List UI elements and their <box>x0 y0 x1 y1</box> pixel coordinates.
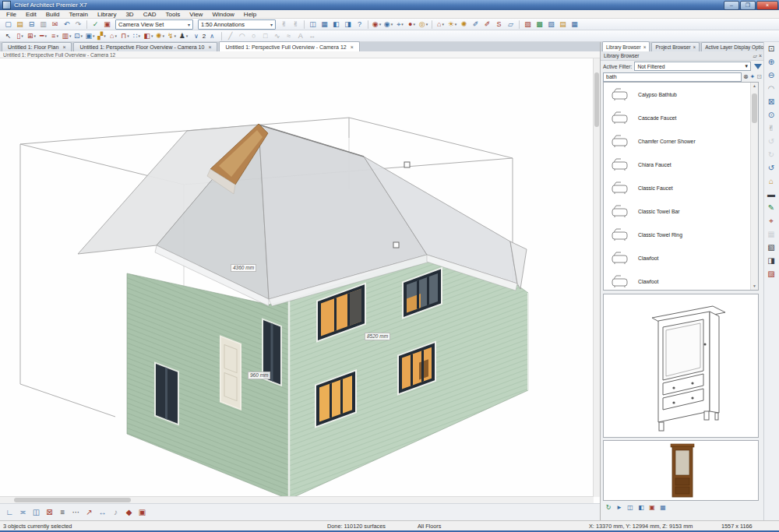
menu-item[interactable]: Terrain <box>64 11 92 18</box>
ceiling-tool-icon[interactable]: ⊓ <box>120 31 130 41</box>
perspective-camera-icon[interactable]: ◉ <box>383 19 393 30</box>
blueprint-icon[interactable]: ▱ <box>506 19 516 30</box>
floor-down-button[interactable]: ∨ <box>192 33 200 40</box>
tab-floor-plan[interactable]: Untitled 1: Floor Plan × <box>2 42 72 51</box>
edit-handles-icon[interactable]: ↗ <box>83 507 95 518</box>
rotate-view-icon[interactable]: ↺ <box>765 162 777 174</box>
scroll-up-icon[interactable]: ▲ <box>751 83 758 90</box>
left-wall-window[interactable] <box>154 361 179 425</box>
export-window-icon[interactable]: ◨ <box>343 19 353 30</box>
person-figure-tool-icon[interactable]: ♟ <box>178 31 189 41</box>
close-tab-icon[interactable]: × <box>643 44 647 50</box>
toolbar-button[interactable] <box>368 20 368 29</box>
close-button[interactable]: × <box>756 1 778 10</box>
library-settings-icon[interactable]: ▦ <box>658 503 668 513</box>
layer-book-icon[interactable]: ◆ <box>123 507 135 518</box>
zoom-in-icon[interactable]: ⊕ <box>765 56 777 68</box>
library-item-cascade-faucet[interactable]: Cascade Faucet <box>604 106 758 129</box>
ruler-icon[interactable]: ▬ <box>765 188 777 200</box>
scroll-down-icon[interactable]: ▼ <box>751 283 758 290</box>
object-snaps-icon[interactable]: ≍ <box>17 507 29 518</box>
style-palette-icon[interactable]: S <box>494 19 504 30</box>
close-tab-icon[interactable]: × <box>351 44 354 50</box>
search-preview-icon[interactable]: ⊡ <box>756 73 762 80</box>
layer-sets-icon[interactable]: ▨ <box>523 19 533 30</box>
render-pane-icon[interactable]: ▣ <box>647 503 657 513</box>
display-options-icon[interactable]: ▣ <box>136 507 148 518</box>
fireplace-tool-icon[interactable]: ◧ <box>143 31 153 41</box>
print-icon[interactable]: ▥ <box>38 19 48 30</box>
menu-item[interactable]: Tools <box>161 11 185 18</box>
tab-perspective-full-overview[interactable]: Untitled 1: Perspective Full Overview - … <box>219 41 359 51</box>
light-tool-icon[interactable]: ✺ <box>155 31 165 41</box>
filter-funnel-icon[interactable] <box>754 64 762 69</box>
menu-item[interactable]: Window <box>207 11 238 18</box>
library-item-clawfoot-2[interactable]: Clawfoot <box>604 270 758 291</box>
wall-tool-icon[interactable]: ━ <box>38 31 48 41</box>
undo-zoom-icon[interactable]: ◠ <box>765 83 777 94</box>
full-camera-icon[interactable]: ◉ <box>372 19 382 30</box>
menu-item[interactable]: Help <box>239 11 261 18</box>
sun-icon[interactable]: ☀ <box>447 19 457 30</box>
library-item-calypso-bathtub[interactable]: Calypso Bathtub <box>604 83 758 106</box>
save-icon[interactable]: ⊟ <box>26 19 37 30</box>
zoom-out-icon[interactable]: ⊖ <box>765 69 777 81</box>
fixture-tool-icon[interactable]: ⊡ <box>73 31 83 41</box>
dimension-label[interactable]: 960 mm <box>248 372 270 379</box>
preferences-icon[interactable]: ▦ <box>569 19 580 30</box>
active-filter-select[interactable]: Not Filtered ▾ <box>634 62 751 71</box>
center-object-icon[interactable]: ⊙ <box>765 109 777 121</box>
fill-window-icon[interactable]: ⊠ <box>765 96 777 107</box>
library-item-classic-towel-ring[interactable]: Classic Towel Ring <box>604 223 758 246</box>
library-item-classic-towel-bar[interactable]: Classic Towel Bar <box>604 199 758 223</box>
panel-tab-project-browser[interactable]: Project Browser × <box>651 42 700 51</box>
chat-icon[interactable]: ✉ <box>50 19 60 30</box>
material-painter-icon[interactable]: ✐ <box>482 19 492 30</box>
minimize-button[interactable]: – <box>724 1 739 10</box>
move-objects-icon[interactable]: ↔ <box>97 507 108 518</box>
front-door[interactable] <box>220 335 241 410</box>
toolbar-button[interactable] <box>519 20 520 29</box>
menu-item[interactable]: Edit <box>21 11 41 18</box>
scrollbar-thumb[interactable] <box>14 498 131 502</box>
railing-tool-icon[interactable]: ≡ <box>50 31 60 41</box>
search-filter-icon[interactable]: ✦ <box>750 73 756 80</box>
scrollbar-thumb[interactable] <box>594 72 599 127</box>
open-file-icon[interactable]: ▤ <box>15 19 25 30</box>
export-picture-icon[interactable]: ▧ <box>546 19 556 30</box>
tab-perspective-floor-overview[interactable]: Untitled 1: Perspective Floor Overview -… <box>73 42 217 51</box>
library-search-input[interactable] <box>603 72 742 82</box>
library-window-icon[interactable]: ▦ <box>319 19 330 30</box>
dimension-label[interactable]: 4360 mm <box>231 264 256 272</box>
open-object-dialog-icon[interactable]: ▣ <box>102 19 112 30</box>
library-item-classic-faucet[interactable]: Classic Faucet <box>604 176 758 199</box>
zoom-tool-icon[interactable]: ⊡ <box>765 43 777 55</box>
menu-item[interactable]: File <box>2 11 21 18</box>
library-item-clawfoot[interactable]: Clawfoot <box>604 246 758 270</box>
tile-windows-icon[interactable]: ◫ <box>308 19 318 30</box>
hotkeys-hand-icon[interactable]: ✌ <box>279 19 289 30</box>
clear-search-icon[interactable]: ⊗ <box>743 73 749 80</box>
angle-snaps-icon[interactable]: ◫ <box>30 507 42 518</box>
vertical-scrollbar[interactable] <box>593 58 600 497</box>
select-objects-icon[interactable]: ↖ <box>3 31 13 41</box>
select-library-object-icon[interactable]: ✓ <box>90 19 100 30</box>
cross-section-icon[interactable]: ▧ <box>765 241 777 253</box>
swap-views-icon[interactable]: ◧ <box>331 19 341 30</box>
3d-view-house-icon[interactable]: ⌂ <box>435 19 446 30</box>
marker-point-icon[interactable]: ⌖ <box>765 215 777 227</box>
adjust-lights-icon[interactable]: ✺ <box>459 19 469 30</box>
cabinet-tool-icon[interactable]: ▥ <box>62 31 72 41</box>
maximize-button[interactable]: ❐ <box>740 1 756 10</box>
library-item-chiara-faucet[interactable]: Chiara Faucet <box>604 153 758 176</box>
elevation-view-icon[interactable]: ◨ <box>765 255 777 266</box>
3d-settings-icon[interactable]: ⌂ <box>765 175 777 187</box>
list-scrollbar[interactable]: ▲ ▼ <box>750 83 758 290</box>
horizontal-scrollbar[interactable] <box>0 496 594 503</box>
close-tab-icon[interactable]: × <box>62 44 65 50</box>
floor-up-button[interactable]: ∧ <box>208 33 216 40</box>
panel-tab-library-browser[interactable]: Library Browser × <box>602 41 650 51</box>
menu-item[interactable]: CAD <box>139 11 161 18</box>
library-preview-line-drawing[interactable] <box>603 294 759 438</box>
preview-pane-icon[interactable]: ◧ <box>636 503 646 513</box>
